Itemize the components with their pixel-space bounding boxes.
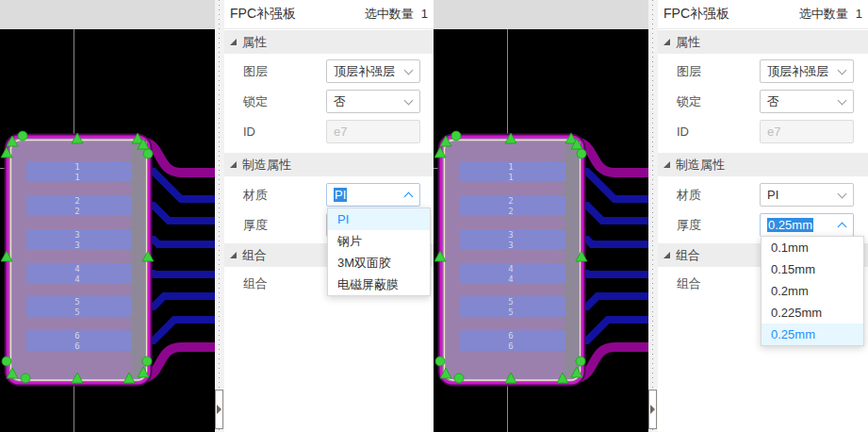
material-select[interactable]: PI: [760, 183, 854, 207]
canvas-toolbar-strip: [0, 0, 215, 29]
app-window: 112233445566 FPC补强板 选中数量1 属性 图层 顶层补强层 锁定…: [0, 0, 868, 432]
layer-label: 图层: [677, 59, 701, 83]
lock-select[interactable]: 否: [760, 90, 854, 113]
pad-number-label: 6: [508, 331, 513, 341]
collapse-triangle-icon: [663, 252, 670, 258]
selection-handle-circle[interactable]: [21, 374, 30, 383]
selection-handle-circle[interactable]: [454, 374, 464, 383]
id-input: e7: [326, 120, 420, 143]
pad-number-label: 1: [74, 162, 79, 172]
selection-handle-circle[interactable]: [451, 131, 461, 141]
blue-signal-trace: [581, 320, 648, 341]
pad-net-label: 6: [74, 341, 79, 351]
pad-number-label: 3: [74, 230, 79, 240]
selection-handle-circle[interactable]: [143, 149, 153, 158]
selection-handle-circle[interactable]: [142, 357, 152, 366]
dropdown-option[interactable]: 3M双面胶: [328, 252, 430, 274]
selection-handle-circle[interactable]: [18, 131, 27, 141]
collapse-triangle-icon: [230, 39, 237, 45]
blue-signal-trace: [147, 206, 215, 221]
group-label: 组合: [677, 272, 701, 295]
pcb-canvas-left[interactable]: 112233445566: [0, 0, 215, 432]
pad-net-label: 4: [508, 274, 513, 284]
panel-collapse-grip[interactable]: [215, 390, 223, 429]
thickness-select[interactable]: 0.25mm: [760, 213, 854, 237]
section-manufacture[interactable]: 制造属性: [224, 153, 434, 176]
dropdown-option[interactable]: PI: [328, 208, 430, 230]
thickness-dropdown: 0.1mm 0.15mm 0.2mm 0.225mm 0.25mm: [761, 236, 864, 346]
blue-signal-trace: [581, 240, 648, 244]
dropdown-option[interactable]: 0.25mm: [762, 324, 863, 345]
pad-number-label: 2: [74, 196, 79, 206]
chevron-down-icon: [404, 65, 414, 75]
pad-net-label: 1: [74, 173, 79, 182]
pad-number-label: 4: [74, 264, 79, 274]
blue-signal-trace: [147, 320, 215, 341]
thickness-label: 厚度: [677, 213, 701, 237]
material-dropdown: PI 钢片 3M双面胶 电磁屏蔽膜: [327, 208, 431, 296]
section-properties[interactable]: 属性: [658, 30, 868, 54]
pad-number-label: 5: [74, 297, 79, 307]
panel-resize-gutter-left[interactable]: [215, 0, 224, 432]
pad-number-label: 1: [508, 162, 513, 172]
pad-net-label: 5: [508, 307, 513, 317]
blue-signal-trace: [581, 274, 648, 274]
lock-select[interactable]: 否: [326, 90, 420, 113]
dropdown-option[interactable]: 钢片: [328, 230, 430, 252]
layer-select[interactable]: 顶层补强层: [760, 59, 854, 83]
gutter-dotted-line: [652, 0, 653, 432]
blue-signal-trace: [581, 296, 648, 307]
chevron-down-icon: [404, 95, 414, 105]
material-select[interactable]: PI: [326, 183, 420, 207]
chevron-up-icon: [838, 222, 847, 231]
section-manufacture[interactable]: 制造属性: [658, 153, 868, 176]
material-label: 材质: [243, 183, 268, 207]
pad-number-label: 3: [508, 230, 513, 240]
lock-label: 锁定: [243, 90, 268, 113]
collapse-triangle-icon: [663, 39, 670, 45]
dropdown-option[interactable]: 0.1mm: [762, 237, 863, 258]
selected-count: 选中数量1: [365, 6, 428, 23]
collapse-arrow-icon: [217, 405, 221, 414]
selection-handle-circle[interactable]: [2, 357, 11, 366]
layer-label: 图层: [243, 59, 268, 83]
panel-collapse-grip[interactable]: [648, 390, 657, 429]
panel-header: FPC补强板 选中数量1: [224, 0, 434, 29]
pad-net-label: 3: [508, 241, 513, 250]
dropdown-option[interactable]: 0.2mm: [762, 280, 863, 302]
chevron-down-icon: [838, 189, 847, 198]
canvas-toolbar-strip: [434, 0, 648, 29]
panel-header: FPC补强板 选中数量1: [658, 0, 868, 29]
selection-handle-circle[interactable]: [576, 357, 585, 366]
pad-net-label: 6: [508, 341, 513, 351]
id-label: ID: [243, 120, 255, 143]
layer-select[interactable]: 顶层补强层: [326, 59, 420, 83]
properties-panel-right: FPC补强板 选中数量1 属性 图层 顶层补强层 锁定 否 ID e7 制造属性…: [658, 0, 868, 432]
lock-label: 锁定: [677, 90, 701, 113]
selection-handle-circle[interactable]: [435, 357, 445, 366]
blue-signal-trace: [147, 296, 215, 307]
id-input: e7: [760, 120, 854, 143]
collapse-arrow-icon: [650, 405, 655, 414]
selection-handle-circle[interactable]: [577, 149, 586, 158]
dropdown-option[interactable]: 0.225mm: [762, 302, 863, 324]
section-properties[interactable]: 属性: [224, 30, 434, 54]
panel-title: FPC补强板: [663, 6, 729, 23]
dropdown-option[interactable]: 0.15mm: [762, 258, 863, 280]
collapse-triangle-icon: [663, 161, 670, 168]
pad-number-label: 6: [74, 331, 79, 341]
chevron-down-icon: [838, 95, 847, 105]
pad-net-label: 5: [74, 307, 79, 317]
chevron-up-icon: [404, 191, 414, 201]
thickness-label: 厚度: [243, 213, 268, 237]
panel-resize-gutter-right[interactable]: [648, 0, 658, 432]
pad-number-label: 5: [508, 297, 513, 307]
pad-net-label: 2: [74, 207, 79, 216]
dropdown-option[interactable]: 电磁屏蔽膜: [328, 274, 430, 295]
properties-panel-left: FPC补强板 选中数量1 属性 图层 顶层补强层 锁定 否 ID e7 制造属性…: [224, 0, 434, 432]
pad-number-label: 2: [508, 196, 513, 206]
chevron-down-icon: [838, 65, 847, 75]
material-label: 材质: [677, 183, 701, 207]
pcb-canvas-right[interactable]: 112233445566: [434, 0, 648, 432]
pad-net-label: 3: [74, 241, 79, 250]
